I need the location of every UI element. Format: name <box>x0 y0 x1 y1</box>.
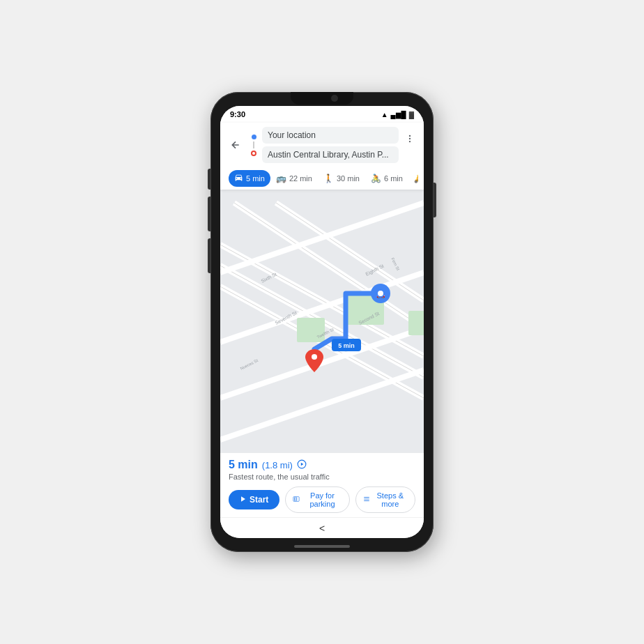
phone-frame: 9:30 ▲ ▄▆█ ▓ <box>210 92 434 552</box>
start-button[interactable]: Start <box>229 490 279 509</box>
parking-label: Pay for parking <box>302 491 342 508</box>
route-distance: (1.8 mi) <box>262 460 293 470</box>
destination-input[interactable]: Austin Central Library, Austin P... <box>262 146 399 163</box>
route-time: 5 min <box>229 459 258 471</box>
battery-icon: ▓ <box>409 111 414 118</box>
bike-icon: 🚴 <box>371 174 381 183</box>
steps-label: Steps & more <box>373 491 408 508</box>
home-indicator <box>294 545 350 548</box>
wifi-icon: ▲ <box>381 111 388 118</box>
status-time: 9:30 <box>230 110 245 118</box>
transit-icon: 🚌 <box>276 174 286 183</box>
steps-more-button[interactable]: Steps & more <box>355 486 415 513</box>
walk-icon: 🚶 <box>323 174 334 183</box>
svg-marker-36 <box>301 462 304 466</box>
power-button <box>434 183 436 217</box>
volume-down-button <box>208 197 210 231</box>
route-description: Fastest route, the usual traffic <box>229 473 415 481</box>
phone-screen: 9:30 ▲ ▄▆█ ▓ <box>220 106 424 538</box>
steps-icon <box>363 496 370 504</box>
tab-drive-label: 5 min <box>246 174 265 183</box>
volume-up-button <box>208 169 210 190</box>
parking-icon <box>293 496 300 504</box>
tab-transit[interactable]: 🚌 22 min <box>270 170 318 187</box>
search-row: Your location Austin Central Library, Au… <box>226 127 418 163</box>
svg-marker-37 <box>241 496 245 502</box>
tab-walk-label: 30 min <box>337 174 360 183</box>
action-buttons: Start Pay for parking <box>229 486 415 513</box>
origin-input[interactable]: Your location <box>262 127 399 144</box>
svg-point-0 <box>409 135 411 137</box>
origin-dot <box>252 135 256 139</box>
signal-icon: ▄▆█ <box>391 111 406 118</box>
status-bar: 9:30 ▲ ▄▆█ ▓ <box>220 106 424 123</box>
phone-notch <box>291 92 353 105</box>
status-icons: ▲ ▄▆█ ▓ <box>381 111 414 118</box>
cycle-icon: 🛵 <box>414 174 418 183</box>
tab-transit-label: 22 min <box>289 174 312 183</box>
svg-point-33 <box>312 354 317 360</box>
silent-button <box>208 238 210 273</box>
destination-dot <box>251 151 256 156</box>
map-svg: Sixth St Seventh St Eighth St Second St … <box>220 190 424 453</box>
bottom-panel: 5 min (1.8 mi) Fastest route, the usual … <box>220 453 424 517</box>
live-traffic-icon <box>297 459 307 471</box>
tab-bike-label: 6 min <box>384 174 403 183</box>
more-options-button[interactable] <box>401 130 418 160</box>
search-inputs: Your location Austin Central Library, Au… <box>262 127 399 163</box>
nav-back-button[interactable]: < <box>319 523 325 534</box>
transport-tabs: 5 min 🚌 22 min 🚶 30 min 🚴 6 min 🛵 10 m <box>226 166 418 190</box>
svg-rect-19 <box>408 311 424 335</box>
svg-point-1 <box>409 138 411 139</box>
svg-rect-20 <box>297 318 325 342</box>
start-icon <box>240 495 247 505</box>
route-line-dot <box>253 141 254 148</box>
drive-icon <box>234 173 243 184</box>
map-area[interactable]: Sixth St Seventh St Eighth St Second St … <box>220 190 424 453</box>
back-button[interactable] <box>226 135 245 155</box>
tab-bike[interactable]: 🚴 6 min <box>365 170 408 187</box>
svg-point-34 <box>377 290 384 297</box>
route-dots <box>248 133 259 158</box>
phone-camera <box>331 95 338 102</box>
svg-text:5 min: 5 min <box>338 342 355 349</box>
tab-drive[interactable]: 5 min <box>229 170 270 187</box>
nav-bar: < <box>220 517 424 538</box>
tab-cycle[interactable]: 🛵 10 m <box>408 170 418 187</box>
start-label: Start <box>250 495 268 505</box>
search-header: Your location Austin Central Library, Au… <box>220 123 424 190</box>
tab-walk[interactable]: 🚶 30 min <box>318 170 365 187</box>
pay-parking-button[interactable]: Pay for parking <box>285 486 349 513</box>
route-summary: 5 min (1.8 mi) <box>229 459 415 471</box>
svg-point-2 <box>409 141 411 142</box>
